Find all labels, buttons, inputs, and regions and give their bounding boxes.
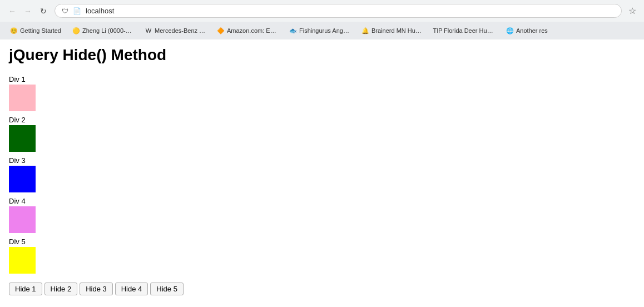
browser-tab[interactable]: 🔶Amazon.com: ExpertP... bbox=[211, 22, 284, 39]
tab-label: Fishingurus Angler's l... bbox=[299, 27, 350, 34]
tab-favicon: TIP bbox=[434, 27, 442, 34]
tab-label: Zheng Li (0000-0002-3... bbox=[82, 27, 133, 34]
color-box-2 bbox=[9, 125, 36, 152]
browser-tab[interactable]: 🟡Zheng Li (0000-0002-3... bbox=[67, 22, 139, 39]
tab-favicon: 🌐 bbox=[506, 27, 514, 34]
hide-button-4[interactable]: Hide 4 bbox=[115, 283, 148, 295]
browser-tab[interactable]: 🌐Another res bbox=[501, 22, 553, 39]
tab-favicon: 😊 bbox=[10, 27, 18, 34]
reload-button[interactable]: ↻ bbox=[37, 4, 50, 18]
div-item: Div 4 bbox=[9, 197, 635, 233]
tab-favicon: W bbox=[145, 27, 152, 34]
color-box-3 bbox=[9, 166, 36, 192]
div-label: Div 5 bbox=[9, 237, 635, 246]
div-label: Div 3 bbox=[9, 156, 635, 165]
browser-window: ← → ↻ 🛡 📄 localhost ☆ 😊Getting Started🟡Z… bbox=[0, 0, 644, 302]
bookmark-button[interactable]: ☆ bbox=[626, 3, 638, 18]
buttons-row: Hide 1Hide 2Hide 3Hide 4Hide 5 bbox=[9, 283, 635, 295]
page-icon: 📄 bbox=[73, 7, 81, 15]
browser-tab[interactable]: 😊Getting Started bbox=[4, 22, 67, 39]
tab-label: Another res bbox=[516, 27, 548, 34]
color-box-1 bbox=[9, 85, 36, 111]
div-item: Div 2 bbox=[9, 116, 635, 152]
div-item: Div 3 bbox=[9, 156, 635, 192]
div-label: Div 2 bbox=[9, 116, 635, 124]
color-box-4 bbox=[9, 206, 36, 233]
nav-buttons: ← → ↻ bbox=[6, 4, 50, 18]
tab-favicon: 🔶 bbox=[217, 27, 225, 34]
divs-container: Div 1Div 2Div 3Div 4Div 5 bbox=[9, 75, 635, 274]
address-bar[interactable]: 🛡 📄 localhost bbox=[55, 4, 622, 18]
tab-favicon: 🐟 bbox=[289, 27, 297, 34]
tab-favicon: 🔔 bbox=[361, 27, 369, 34]
tabs-bar: 😊Getting Started🟡Zheng Li (0000-0002-3..… bbox=[0, 22, 644, 39]
address-text: localhost bbox=[86, 7, 615, 15]
div-item: Div 5 bbox=[9, 237, 635, 274]
tab-label: Florida Deer Hunting S... bbox=[444, 27, 495, 34]
back-button[interactable]: ← bbox=[6, 4, 19, 18]
browser-tab[interactable]: 🔔Brainerd MN Hunting ... bbox=[356, 22, 428, 39]
tab-label: Amazon.com: ExpertP... bbox=[227, 27, 278, 34]
hide-button-3[interactable]: Hide 3 bbox=[80, 283, 113, 295]
hide-button-5[interactable]: Hide 5 bbox=[150, 283, 184, 295]
shield-icon: 🛡 bbox=[62, 7, 68, 15]
page-content: jQuery Hide() Method Div 1Div 2Div 3Div … bbox=[0, 39, 644, 302]
tab-label: Mercedes-Benz G-Clas... bbox=[155, 27, 206, 34]
browser-tab[interactable]: WMercedes-Benz G-Clas... bbox=[139, 22, 211, 39]
div-item: Div 1 bbox=[9, 75, 635, 111]
page-title: jQuery Hide() Method bbox=[9, 46, 635, 64]
hide-button-1[interactable]: Hide 1 bbox=[9, 283, 42, 295]
div-label: Div 4 bbox=[9, 197, 635, 205]
tab-label: Brainerd MN Hunting ... bbox=[371, 27, 423, 34]
tab-favicon: 🟡 bbox=[72, 27, 80, 34]
tab-label: Getting Started bbox=[20, 27, 61, 34]
browser-toolbar: ← → ↻ 🛡 📄 localhost ☆ bbox=[0, 0, 644, 22]
hide-button-2[interactable]: Hide 2 bbox=[44, 283, 78, 295]
color-box-5 bbox=[9, 247, 36, 274]
browser-tab[interactable]: TIPFlorida Deer Hunting S... bbox=[428, 22, 501, 39]
browser-tab[interactable]: 🐟Fishingurus Angler's l... bbox=[284, 22, 356, 39]
forward-button[interactable]: → bbox=[21, 4, 34, 18]
div-label: Div 1 bbox=[9, 75, 635, 83]
